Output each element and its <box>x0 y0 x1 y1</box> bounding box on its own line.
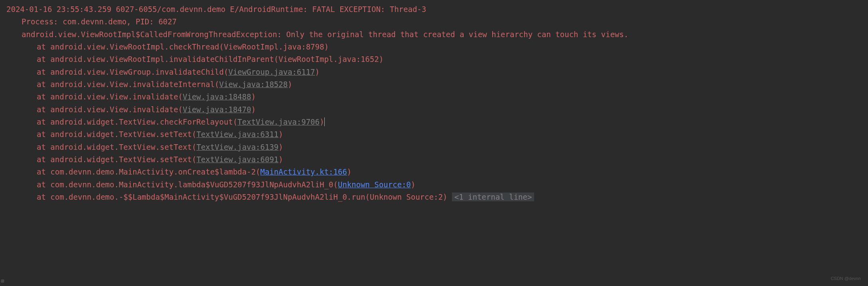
process-line: Process: com.devnn.demo, PID: 6027 <box>6 16 862 28</box>
stack-trace: at android.view.ViewRootImpl.checkThread… <box>6 41 862 203</box>
source-link[interactable]: TextView.java:6311 <box>196 130 278 139</box>
stack-text: at android.widget.TextView.checkForRelay… <box>37 117 237 126</box>
stack-frame: at android.view.View.invalidate(View.jav… <box>6 91 862 103</box>
stack-text: ) <box>251 105 256 114</box>
stack-text: at android.view.View.invalidateInternal( <box>37 80 219 89</box>
stack-text: ) <box>347 167 351 176</box>
stack-frame: at android.view.View.invalidate(View.jav… <box>6 103 862 116</box>
expand-icon[interactable]: ⊞ <box>1 276 6 281</box>
stack-text: at android.view.ViewGroup.invalidateChil… <box>37 68 228 76</box>
stack-frame: at android.widget.TextView.setText(TextV… <box>6 141 862 153</box>
stack-text: at android.view.ViewRootImpl.invalidateC… <box>37 55 383 64</box>
source-link[interactable]: TextView.java:9706 <box>237 117 320 126</box>
stack-frame: at android.view.View.invalidateInternal(… <box>6 78 862 91</box>
stack-text: at android.view.ViewRootImpl.checkThread… <box>37 42 329 51</box>
stack-text: at android.view.View.invalidate( <box>37 92 183 101</box>
log-tag: E/AndroidRuntime: <box>230 5 308 14</box>
source-link[interactable]: ViewGroup.java:6117 <box>228 68 315 76</box>
stack-frame: at android.view.ViewGroup.invalidateChil… <box>6 66 862 78</box>
stack-frame: at com.devnn.demo.MainActivity.onCreate$… <box>6 166 862 178</box>
stack-frame: at android.view.ViewRootImpl.invalidateC… <box>6 53 862 66</box>
source-link[interactable]: View.java:18470 <box>183 105 251 114</box>
stack-text: at android.widget.TextView.setText( <box>37 143 196 151</box>
stack-frame: at android.widget.TextView.setText(TextV… <box>6 128 862 141</box>
stack-text: at com.devnn.demo.MainActivity.onCreate$… <box>37 167 260 176</box>
stack-text: ) <box>278 155 283 164</box>
stack-frame: at android.widget.TextView.checkForRelay… <box>6 116 862 128</box>
stack-text: at android.view.View.invalidate( <box>37 105 183 114</box>
log-header: 2024-01-16 23:55:43.259 6027-6055/com.de… <box>6 3 862 16</box>
stack-text: ) <box>320 117 324 126</box>
stack-text: at android.widget.TextView.setText( <box>37 130 196 139</box>
pid-tid: 6027-6055 <box>116 5 157 14</box>
stack-text: ) <box>288 80 292 89</box>
source-link[interactable]: Unknown Source:0 <box>338 180 411 189</box>
source-link[interactable]: TextView.java:6091 <box>196 155 278 164</box>
header-message: FATAL EXCEPTION: Thread-3 <box>312 5 426 14</box>
stack-text: ) <box>278 130 283 139</box>
stack-text: at android.widget.TextView.setText( <box>37 155 196 164</box>
source-link[interactable]: View.java:18528 <box>219 80 288 89</box>
stack-text: ) <box>251 92 256 101</box>
watermark: CSDN @devnn <box>831 275 861 282</box>
package: com.devnn.demo <box>162 5 225 14</box>
stack-text: ) <box>411 180 415 189</box>
stack-text: at com.devnn.demo.MainActivity.lambda$Vu… <box>37 180 338 189</box>
source-link[interactable]: TextView.java:6139 <box>196 143 278 151</box>
internal-line-hint[interactable]: <1 internal line> <box>452 193 534 201</box>
stack-frame: at android.view.ViewRootImpl.checkThread… <box>6 41 862 53</box>
stack-frame: at com.devnn.demo.-$$Lambda$MainActivity… <box>6 191 862 203</box>
log-output: 2024-01-16 23:55:43.259 6027-6055/com.de… <box>6 3 862 204</box>
stack-frame: at com.devnn.demo.MainActivity.lambda$Vu… <box>6 179 862 191</box>
stack-text: ) <box>315 68 320 76</box>
source-link[interactable]: MainActivity.kt:166 <box>260 167 347 176</box>
timestamp: 2024-01-16 23:55:43.259 <box>6 5 111 14</box>
stack-frame: at android.widget.TextView.setText(TextV… <box>6 153 862 166</box>
stack-text: at com.devnn.demo.-$$Lambda$MainActivity… <box>37 193 448 201</box>
stack-text: ) <box>278 143 283 151</box>
exception-line: android.view.ViewRootImpl$CalledFromWron… <box>6 28 862 41</box>
source-link[interactable]: View.java:18488 <box>183 92 251 101</box>
